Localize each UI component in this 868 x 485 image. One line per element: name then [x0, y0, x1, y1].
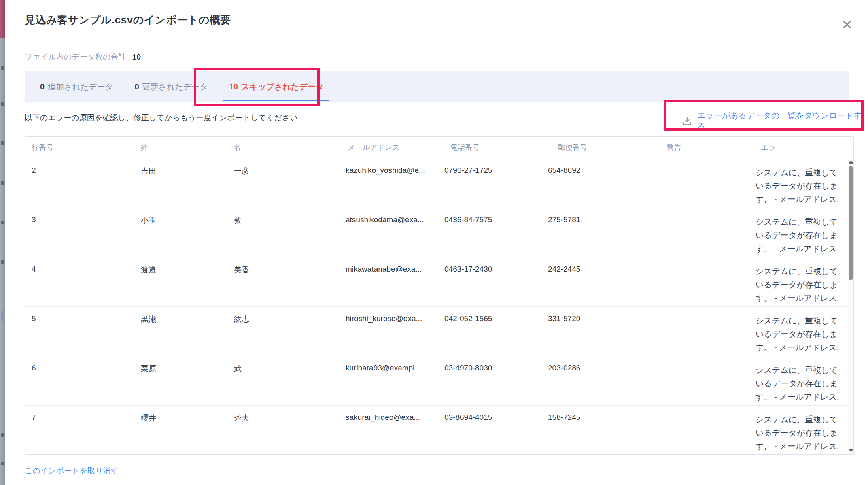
- file-total-line: ファイル内のデータ数の合計 10: [25, 52, 141, 62]
- table-row: 4 渡邉 美香 mikawatanabe@exa... 0463-17-2430…: [25, 257, 848, 307]
- cell-row-number: 5: [25, 307, 131, 356]
- cell-email: atsushikodama@exa...: [337, 208, 439, 257]
- tab-updated-label: 更新されたデータ: [142, 81, 208, 92]
- cell-warning: [648, 208, 721, 257]
- cell-postal: 275-5781: [542, 208, 648, 257]
- background-icon-remnant: [1, 260, 4, 264]
- tab-updated-data[interactable]: 0 更新されたデータ: [124, 71, 218, 102]
- file-total-value: 10: [132, 53, 141, 61]
- cell-postal: 203-0286: [542, 356, 648, 405]
- cell-last-name: 黒瀬: [131, 307, 224, 356]
- cell-last-name: 栗原: [131, 356, 224, 405]
- active-tab-underline: [223, 100, 329, 101]
- table-row: 5 黒瀬 紘志 hiroshi_kurose@exa... 042-052-15…: [25, 307, 848, 356]
- cell-row-number: 7: [25, 406, 131, 454]
- background-icon-remnant: [1, 141, 4, 145]
- background-icon-remnant: [1, 181, 4, 185]
- scrollbar-thumb[interactable]: [849, 166, 853, 280]
- cell-email: mikawatanabe@exa...: [337, 257, 439, 306]
- close-icon[interactable]: ✕: [838, 16, 856, 34]
- header-email: メールアドレス: [336, 143, 438, 152]
- cell-warning: [648, 406, 721, 454]
- cell-last-name: 櫻井: [131, 406, 224, 454]
- cell-first-name: 紘志: [224, 307, 337, 356]
- tab-added-label: 追加されたデータ: [48, 81, 113, 92]
- background-icon-remnant: [1, 102, 4, 106]
- cell-last-name: 小玉: [131, 208, 224, 257]
- cell-postal: 331-5720: [542, 307, 648, 356]
- cell-row-number: 2: [25, 159, 131, 208]
- cell-row-number: 6: [25, 356, 131, 405]
- cell-last-name: 吉田: [131, 159, 224, 208]
- cell-postal: 158-7245: [542, 406, 648, 454]
- cell-email: kazuhiko_yoshida@e...: [337, 159, 439, 208]
- download-error-list-link[interactable]: エラーがあるデータの一覧をダウンロードする: [682, 110, 868, 132]
- background-icon-remnant: [1, 462, 4, 465]
- page-title: 見込み客サンプル.csvのインポートの概要: [25, 13, 231, 27]
- header-error: エラー: [720, 143, 848, 152]
- cell-email: kurihara93@exampl...: [337, 356, 439, 405]
- import-summary-modal: 見込み客サンプル.csvのインポートの概要 ✕ ファイル内のデータ数の合計 10…: [5, 0, 868, 485]
- cell-phone: 0796-27-1725: [439, 159, 542, 208]
- cell-phone: 03-4970-8030: [439, 356, 542, 405]
- cell-phone: 042-052-1565: [439, 307, 542, 356]
- download-link-label: エラーがあるデータの一覧をダウンロードする: [697, 110, 868, 132]
- cell-warning: [648, 257, 721, 306]
- cell-warning: [648, 159, 721, 208]
- cancel-import-link[interactable]: このインポートを取り消す: [25, 466, 119, 476]
- cell-error: システムに、重複しているデータが存在します。 - メールアドレス.: [756, 314, 842, 354]
- table-row: 7 櫻井 秀夫 sakurai_hideo@exa... 03-8694-401…: [25, 406, 848, 454]
- background-icon-remnant: [1, 221, 4, 224]
- header-row-number: 行番号: [25, 143, 131, 152]
- cell-row-number: 3: [25, 208, 131, 257]
- tab-skipped-count: 10: [229, 82, 238, 91]
- background-app-edge-accent: [0, 0, 5, 38]
- cell-error: システムに、重複しているデータが存在します。 - メールアドレス.: [756, 413, 842, 453]
- table-row: 2 吉田 一彦 kazuhiko_yoshida@e... 0796-27-17…: [25, 159, 848, 208]
- result-tabbar: 0 追加されたデータ 0 更新されたデータ 10 スキップされたデータ: [25, 71, 849, 102]
- cell-error: システムに、重複しているデータが存在します。 - メールアドレス.: [756, 265, 842, 305]
- table-scrollbar[interactable]: [848, 159, 853, 454]
- error-instruction-text: 以下のエラーの原因を確認し、修正してからもう一度インポートしてください: [25, 113, 298, 123]
- header-first-name: 名: [224, 143, 336, 152]
- cell-error: システムに、重複しているデータが存在します。 - メールアドレス.: [756, 166, 842, 206]
- cell-postal: 654-8692: [542, 159, 648, 208]
- file-total-label: ファイル内のデータ数の合計: [25, 53, 126, 61]
- cell-first-name: 一彦: [224, 159, 337, 208]
- tab-added-count: 0: [40, 82, 45, 91]
- cell-first-name: 敦: [224, 208, 337, 257]
- cell-first-name: 武: [224, 356, 337, 405]
- scrollbar-down-arrow-icon[interactable]: [849, 449, 853, 452]
- cell-warning: [648, 356, 721, 405]
- cell-warning: [648, 307, 721, 356]
- header-last-name: 姓: [131, 143, 224, 152]
- skipped-data-table: 行番号 姓 名 メールアドレス 電話番号 郵便番号 警告 エラー 2 吉田 一彦…: [25, 136, 854, 455]
- cell-last-name: 渡邉: [131, 257, 224, 306]
- cell-first-name: 美香: [224, 257, 337, 306]
- header-warning: 警告: [647, 143, 720, 152]
- table-body: 2 吉田 一彦 kazuhiko_yoshida@e... 0796-27-17…: [25, 159, 848, 454]
- table-row: 3 小玉 敦 atsushikodama@exa... 0436-84-7575…: [25, 208, 848, 257]
- tab-skipped-data[interactable]: 10 スキップされたデータ: [219, 71, 334, 102]
- header-postal: 郵便番号: [542, 143, 648, 152]
- background-icon-remnant: [1, 311, 4, 321]
- header-phone: 電話番号: [438, 143, 542, 152]
- download-icon: [682, 116, 692, 126]
- tab-added-data[interactable]: 0 追加されたデータ: [30, 71, 124, 102]
- title-divider: [25, 40, 855, 40]
- cell-row-number: 4: [25, 257, 131, 306]
- cell-email: sakurai_hideo@exa...: [337, 406, 439, 454]
- cell-phone: 0463-17-2430: [439, 257, 542, 306]
- tab-updated-count: 0: [134, 82, 139, 91]
- scrollbar-up-arrow-icon[interactable]: [849, 160, 853, 164]
- cell-phone: 0436-84-7575: [439, 208, 542, 257]
- table-header-row: 行番号 姓 名 メールアドレス 電話番号 郵便番号 警告 エラー: [25, 137, 848, 158]
- cell-error: システムに、重複しているデータが存在します。 - メールアドレス.: [756, 364, 842, 404]
- cell-phone: 03-8694-4015: [439, 406, 542, 454]
- cell-first-name: 秀夫: [224, 406, 337, 454]
- cell-postal: 242-2445: [542, 257, 648, 306]
- cell-email: hiroshi_kurose@exa...: [337, 307, 439, 356]
- tab-skipped-label: スキップされたデータ: [241, 81, 324, 92]
- background-icon-remnant: [1, 433, 4, 437]
- background-app-edge: [0, 0, 5, 485]
